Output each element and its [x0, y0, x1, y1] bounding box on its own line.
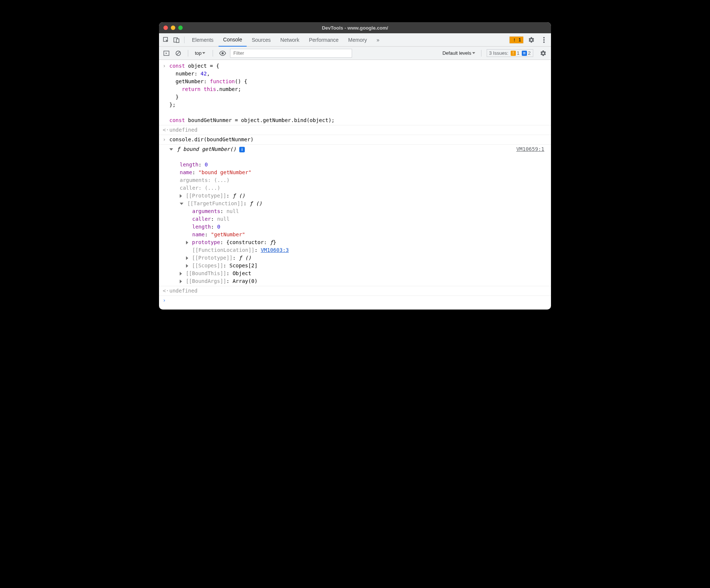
- svg-point-7: [543, 41, 545, 43]
- console-result-row: <· undefined: [159, 286, 551, 295]
- separator: [188, 50, 188, 57]
- disclosure-triangle-icon[interactable]: [186, 241, 188, 244]
- info-icon: ≡: [522, 51, 527, 56]
- panel-tabs: Elements Console Sources Network Perform…: [159, 33, 551, 47]
- settings-icon[interactable]: [527, 35, 536, 45]
- prompt-icon: ›: [163, 297, 169, 304]
- zoom-window-button[interactable]: [178, 26, 183, 30]
- tab-console[interactable]: Console: [219, 33, 246, 47]
- svg-point-5: [543, 37, 545, 38]
- separator: [213, 50, 213, 57]
- console-prompt-row[interactable]: ›: [159, 295, 551, 305]
- issues-info-count: 2: [528, 50, 531, 56]
- result-value: undefined: [169, 287, 546, 295]
- result-value: undefined: [169, 126, 546, 134]
- input-prompt-icon: ›: [163, 136, 169, 143]
- disclosure-triangle-icon[interactable]: [186, 264, 188, 268]
- tabs-overflow[interactable]: »: [372, 33, 384, 47]
- tab-elements[interactable]: Elements: [187, 33, 218, 47]
- filter-input[interactable]: [230, 49, 352, 58]
- window-title: DevTools - www.google.com/: [159, 25, 551, 31]
- console-input-row: › console.dir(boundGetNunmer): [159, 135, 551, 144]
- svg-point-11: [222, 52, 224, 54]
- input-prompt-icon: ›: [163, 62, 169, 124]
- code-line[interactable]: console.dir(boundGetNunmer): [169, 136, 546, 143]
- context-selector[interactable]: top: [193, 50, 207, 56]
- tab-performance[interactable]: Performance: [304, 33, 343, 47]
- console-input-row: › const object = { number: 42, getNumber…: [159, 61, 551, 125]
- console-settings-icon[interactable]: [538, 48, 548, 58]
- issues-label: 3 Issues:: [489, 50, 508, 56]
- svg-line-10: [177, 52, 180, 55]
- live-expression-icon[interactable]: [218, 49, 227, 58]
- issues-button[interactable]: 3 Issues: !1 ≡2: [487, 49, 534, 57]
- disclosure-triangle-icon[interactable]: [180, 280, 182, 283]
- issues-warn-count: 1: [517, 50, 520, 56]
- titlebar: DevTools - www.google.com/: [159, 22, 551, 33]
- inspect-icon[interactable]: [161, 35, 171, 45]
- sidebar-toggle-icon[interactable]: [162, 49, 171, 58]
- disclosure-triangle-icon[interactable]: [186, 256, 188, 260]
- log-levels-selector[interactable]: Default levels: [442, 50, 476, 56]
- clear-console-icon[interactable]: [174, 49, 183, 58]
- console-input[interactable]: [169, 297, 546, 304]
- gutter: [163, 145, 169, 285]
- separator: [481, 50, 481, 57]
- disclosure-triangle-icon[interactable]: [180, 194, 182, 198]
- context-label: top: [195, 50, 202, 56]
- console-toolbar: top Default levels 3 Issues: !1 ≡2: [159, 47, 551, 60]
- chevron-down-icon: [472, 52, 475, 54]
- devtools-window: DevTools - www.google.com/ Elements Cons…: [159, 22, 551, 310]
- disclosure-triangle-icon[interactable]: [180, 203, 183, 205]
- console-result-row: <· undefined: [159, 125, 551, 135]
- traffic-lights: [163, 26, 183, 30]
- tab-network[interactable]: Network: [276, 33, 304, 47]
- function-location-link[interactable]: VM10603:3: [261, 247, 289, 253]
- device-toolbar-icon[interactable]: [172, 35, 181, 45]
- disclosure-triangle-icon[interactable]: [169, 148, 173, 151]
- console-dir-row: VM10659:1 ƒ bound getNumber() i length: …: [159, 144, 551, 286]
- warnings-count: 1: [518, 37, 521, 43]
- tab-sources[interactable]: Sources: [247, 33, 275, 47]
- warnings-badge[interactable]: ! 1: [509, 36, 524, 44]
- code-block[interactable]: const object = { number: 42, getNumber: …: [169, 62, 546, 124]
- source-link[interactable]: VM10659:1: [516, 145, 544, 153]
- info-icon[interactable]: i: [239, 147, 245, 152]
- more-icon[interactable]: [539, 35, 549, 45]
- warning-icon: !: [511, 51, 516, 56]
- svg-text:!: !: [514, 38, 515, 42]
- close-window-button[interactable]: [163, 26, 168, 30]
- disclosure-triangle-icon[interactable]: [180, 272, 182, 276]
- console-output: › const object = { number: 42, getNumber…: [159, 60, 551, 310]
- svg-rect-2: [176, 39, 179, 43]
- tab-memory[interactable]: Memory: [344, 33, 372, 47]
- svg-point-6: [543, 39, 545, 41]
- output-icon: <·: [163, 126, 169, 134]
- levels-label: Default levels: [442, 50, 471, 56]
- object-tree[interactable]: VM10659:1 ƒ bound getNumber() i length: …: [169, 145, 546, 285]
- separator: [184, 37, 185, 43]
- output-icon: <·: [163, 287, 169, 295]
- chevron-down-icon: [202, 52, 205, 54]
- minimize-window-button[interactable]: [171, 26, 175, 30]
